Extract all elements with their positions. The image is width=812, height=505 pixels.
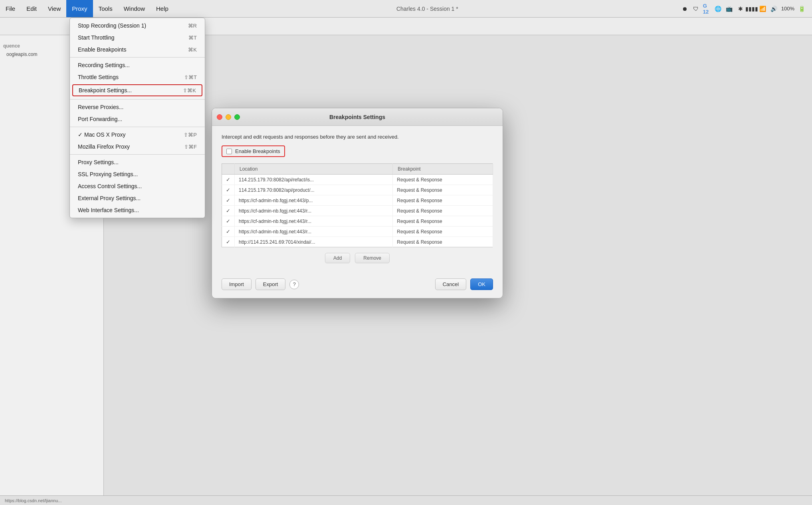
export-button[interactable]: Export — [255, 278, 286, 290]
menu-proxy-settings[interactable]: Proxy Settings... — [70, 156, 205, 168]
close-button[interactable] — [217, 114, 222, 120]
add-remove-buttons: Add Remove — [222, 253, 493, 263]
row-check: ✓ — [222, 206, 235, 216]
menu-divider-1 — [70, 57, 205, 58]
cancel-button[interactable]: Cancel — [435, 278, 466, 290]
remove-button[interactable]: Remove — [355, 253, 390, 263]
table-row[interactable]: ✓ http://114.215.241.69:7014/xindai/... … — [222, 237, 493, 247]
menu-external-proxy[interactable]: External Proxy Settings... — [70, 192, 205, 204]
table-row[interactable]: ✓ 114.215.179.70:8082/api/refact/is... R… — [222, 175, 493, 185]
menu-recording-settings[interactable]: Recording Settings... — [70, 59, 205, 71]
row-location: https://cf-admin-nb.fqgj.net:443/p... — [235, 195, 393, 206]
breakpoint-settings-container: Breakpoint Settings... ⇧⌘K — [70, 83, 205, 97]
row-check: ✓ — [222, 175, 235, 185]
col-check — [222, 164, 235, 175]
enable-breakpoints-checkbox-container[interactable]: Enable Breakpoints — [222, 145, 285, 157]
row-breakpoint: Request & Response — [393, 237, 493, 247]
enable-breakpoints-checkbox[interactable] — [226, 149, 232, 154]
menu-port-forwarding[interactable]: Port Forwarding... — [70, 113, 205, 125]
row-breakpoint: Request & Response — [393, 195, 493, 206]
row-location: http://114.215.241.69:7014/xindai/... — [235, 237, 393, 247]
row-location: 114.215.179.70:8082/api/product/... — [235, 185, 393, 195]
menu-access-control[interactable]: Access Control Settings... — [70, 180, 205, 192]
menu-divider-4 — [70, 154, 205, 155]
row-check: ✓ — [222, 216, 235, 227]
col-location: Location — [235, 164, 393, 175]
row-breakpoint: Request & Response — [393, 175, 493, 185]
dialog-titlebar: Breakpoints Settings — [212, 108, 503, 126]
menu-ssl-proxying[interactable]: SSL Proxying Settings... — [70, 168, 205, 180]
ok-button[interactable]: OK — [470, 278, 493, 290]
menu-firefox-proxy[interactable]: Mozilla Firefox Proxy ⇧⌘F — [70, 141, 205, 153]
table-row[interactable]: ✓ https://cf-admin-nb.fqgj.net:443/r... … — [222, 216, 493, 227]
breakpoints-table: Location Breakpoint ✓ 114.215.179.70:808… — [222, 163, 493, 247]
row-check: ✓ — [222, 237, 235, 247]
row-location: https://cf-admin-nb.fqgj.net:443/r... — [235, 216, 393, 227]
row-breakpoint: Request & Response — [393, 227, 493, 237]
enable-breakpoints-label: Enable Breakpoints — [235, 148, 280, 154]
breakpoints-dialog: Breakpoints Settings Intercept and edit … — [212, 108, 503, 298]
menu-reverse-proxies[interactable]: Reverse Proxies... — [70, 101, 205, 113]
footer-right: Cancel OK — [435, 278, 493, 290]
maximize-button[interactable] — [234, 114, 240, 120]
row-location: https://cf-admin-nb.fqgj.net:443/r... — [235, 206, 393, 216]
import-button[interactable]: Import — [222, 278, 252, 290]
dialog-footer: Import Export ? Cancel OK — [212, 273, 503, 298]
row-check: ✓ — [222, 185, 235, 195]
row-breakpoint: Request & Response — [393, 206, 493, 216]
minimize-button[interactable] — [226, 114, 231, 120]
help-button[interactable]: ? — [289, 280, 299, 289]
dialog-body: Intercept and edit requests and response… — [212, 126, 503, 273]
row-location: https://cf-admin-nb.fqgj.net:443/r... — [235, 227, 393, 237]
add-button[interactable]: Add — [325, 253, 350, 263]
menu-start-throttling[interactable]: Start Throttling ⌘T — [70, 32, 205, 44]
row-location: 114.215.179.70:8082/api/refact/is... — [235, 175, 393, 185]
menu-throttle-settings[interactable]: Throttle Settings ⇧⌘T — [70, 71, 205, 83]
row-breakpoint: Request & Response — [393, 185, 493, 195]
dialog-title: Breakpoints Settings — [329, 114, 385, 120]
menu-web-interface[interactable]: Web Interface Settings... — [70, 204, 205, 216]
row-breakpoint: Request & Response — [393, 216, 493, 227]
menu-divider-2 — [70, 99, 205, 99]
table-row[interactable]: ✓ https://cf-admin-nb.fqgj.net:443/r... … — [222, 206, 493, 216]
menu-stop-recording[interactable]: Stop Recording (Session 1) ⌘R — [70, 20, 205, 32]
table-row[interactable]: ✓ 114.215.179.70:8082/api/product/... Re… — [222, 185, 493, 195]
traffic-lights — [217, 114, 240, 120]
col-breakpoint: Breakpoint — [393, 164, 493, 175]
menu-macosx-proxy[interactable]: Mac OS X Proxy ⇧⌘P — [70, 129, 205, 141]
menu-enable-breakpoints[interactable]: Enable Breakpoints ⌘K — [70, 44, 205, 56]
menu-breakpoint-settings[interactable]: Breakpoint Settings... ⇧⌘K — [72, 84, 202, 96]
table-row[interactable]: ✓ https://cf-admin-nb.fqgj.net:443/p... … — [222, 195, 493, 206]
proxy-dropdown-menu: Stop Recording (Session 1) ⌘R Start Thro… — [69, 18, 205, 218]
dialog-description: Intercept and edit requests and response… — [222, 134, 493, 140]
menu-divider-3 — [70, 127, 205, 127]
footer-left: Import Export ? — [222, 278, 299, 290]
row-check: ✓ — [222, 227, 235, 237]
table-row[interactable]: ✓ https://cf-admin-nb.fqgj.net:443/r... … — [222, 227, 493, 237]
row-check: ✓ — [222, 195, 235, 206]
